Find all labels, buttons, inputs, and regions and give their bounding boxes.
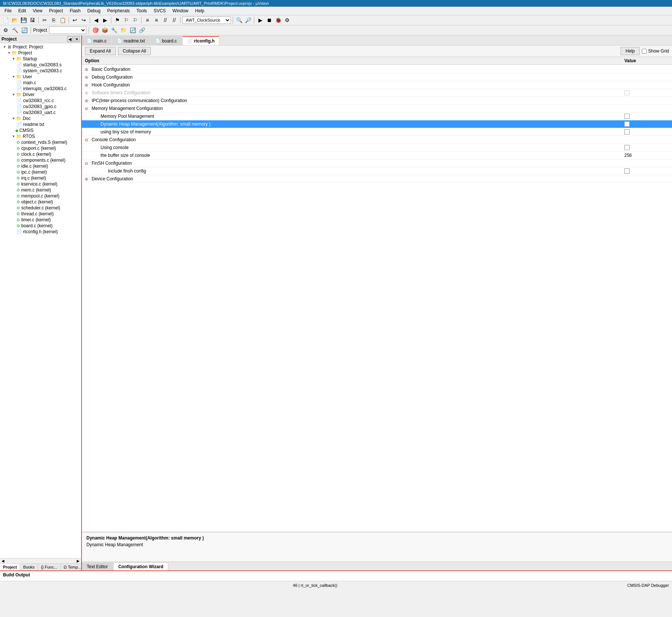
open-btn[interactable]: 📂 (10, 16, 19, 24)
menu-view[interactable]: View (30, 7, 45, 14)
tree-doc[interactable]: ▼ 📁 Doc (0, 116, 81, 121)
uncomment-btn[interactable]: // (170, 16, 178, 24)
tree-idle-c[interactable]: ⚙ idle.c (kernel) (0, 163, 81, 169)
config-memory-mgmt[interactable]: ⊟ Memory Management Configuration (82, 105, 672, 113)
undo-btn[interactable]: ↩ (71, 16, 79, 24)
dynamic-heap-checkbox[interactable] (624, 121, 630, 127)
config-hook-config[interactable]: ⊞ Hook Configuration (82, 81, 672, 89)
sidebar-close-btn[interactable]: ✕ (74, 36, 80, 42)
expand-ipc-icon[interactable]: ⊞ (85, 99, 91, 103)
menu-edit[interactable]: Edit (15, 7, 29, 14)
expand-debug-icon[interactable]: ⊞ (85, 75, 91, 79)
sidebar-tab-books[interactable]: Books (20, 564, 38, 570)
config-dynamic-heap[interactable]: ▶ Dynamic Heap Management(Algorithm: sma… (82, 120, 672, 128)
tree-readme-txt[interactable]: 📄 readme.txt (0, 121, 81, 127)
project-target-dropdown[interactable] (49, 26, 86, 34)
tree-rtos[interactable]: ▼ 📁 RTOS (0, 133, 81, 139)
tree-mem-c[interactable]: ⚙ mem.c (kernel) (0, 187, 81, 193)
sidebar-pin-btn[interactable]: ◀ (67, 36, 73, 42)
expand-finsh-icon[interactable]: ⊟ (85, 161, 91, 165)
stop-btn[interactable]: ⏹ (265, 16, 273, 24)
bookmark2-btn[interactable]: ⚐ (122, 16, 130, 24)
menu-help[interactable]: Help (192, 7, 207, 14)
tiny-size-checkbox[interactable] (624, 129, 630, 135)
new-file-btn[interactable]: 📄 (1, 16, 10, 24)
bottom-tab-config-wizard[interactable]: Configuration Wizard (114, 563, 168, 570)
tree-driver[interactable]: ▼ 📁 Driver (0, 92, 81, 98)
include-finsh-checkbox[interactable] (624, 168, 630, 174)
show-grid-checkbox[interactable] (642, 49, 647, 54)
env-btn4[interactable]: 📁 (119, 26, 127, 34)
redo-btn[interactable]: ↪ (80, 16, 88, 24)
tree-components-c[interactable]: ⚙ components.c (kernel) (0, 157, 81, 163)
tree-gpio-c[interactable]: 📄 cw32l083_gpio.c (0, 104, 81, 110)
target-options-btn[interactable]: ⚙ (1, 26, 10, 34)
bottom-tab-text-editor[interactable]: Text Editor (82, 563, 113, 570)
tree-board-c[interactable]: ⚙ board.c (kernel) (0, 223, 81, 229)
build-btn[interactable]: 🔨 (11, 26, 19, 34)
menu-tools[interactable]: Tools (134, 7, 150, 14)
expand-device-icon[interactable]: ⊞ (85, 177, 91, 181)
expand-console-icon[interactable]: ⊟ (85, 138, 91, 142)
collapse-all-btn[interactable]: Collapse All (118, 47, 151, 55)
tree-mempool-c[interactable]: ⚙ mempool.c (kernel) (0, 193, 81, 199)
tree-timer-c[interactable]: ⚙ timer.c (kernel) (0, 217, 81, 223)
menu-debug[interactable]: Debug (85, 7, 103, 14)
config-software-timers[interactable]: ⊞ Software timers Configuration (82, 89, 672, 97)
menu-project[interactable]: Project (46, 7, 66, 14)
config-ipc-config[interactable]: ⊞ IPC(Inter-process communication) Confi… (82, 97, 672, 105)
cut-btn[interactable]: ✂ (41, 16, 49, 24)
tab-rtconfig-h[interactable]: 📄 rtconfig.h (182, 36, 219, 45)
expand-memory-icon[interactable]: ⊟ (85, 107, 91, 111)
help-btn[interactable]: Help (621, 47, 640, 55)
tree-system-c[interactable]: 📄 system_cw32l083.c (0, 68, 81, 74)
menu-peripherals[interactable]: Peripherals (104, 7, 133, 14)
menu-svcs[interactable]: SVCS (151, 7, 169, 14)
sidebar-tab-temp[interactable]: Ω Temp... (61, 564, 82, 570)
sidebar-scroll-right-btn[interactable]: ▶ (77, 559, 80, 563)
tree-scheduler-c[interactable]: ⚙ scheduler.c (kernel) (0, 205, 81, 211)
sidebar-scroll-left-btn[interactable]: ◀ (1, 559, 4, 563)
tab-board-c[interactable]: 📄 board.c (150, 36, 182, 45)
search-btn[interactable]: 🔍 (235, 16, 243, 24)
tree-kservice-c[interactable]: ⚙ kservice.c (kernel) (0, 181, 81, 187)
copy-btn[interactable]: ⎘ (50, 16, 58, 24)
menu-file[interactable]: File (1, 7, 15, 14)
tab-main-c[interactable]: 📄 main.c (82, 36, 111, 45)
save-all-btn[interactable]: 🖫 (28, 16, 36, 24)
config-tiny-size[interactable]: ▶ using tiny size of memory (82, 128, 672, 136)
rebuild-btn[interactable]: 🔄 (20, 26, 28, 34)
tree-main-c[interactable]: 📄 main.c (0, 80, 81, 86)
tree-clock-c[interactable]: ⚙ clock.c (kernel) (0, 151, 81, 157)
bookmark3-btn[interactable]: ⚐ (131, 16, 139, 24)
search2-btn[interactable]: 🔎 (244, 16, 252, 24)
tree-startup[interactable]: ▼ 📁 Startup (0, 56, 81, 62)
config-include-finsh[interactable]: ▶ include finsh config (82, 167, 672, 175)
sw-timers-checkbox[interactable] (624, 90, 630, 95)
tree-thread-c[interactable]: ⚙ thread.c (kernel) (0, 211, 81, 217)
paste-btn[interactable]: 📋 (58, 16, 67, 24)
tree-irq-c[interactable]: ⚙ irq.c (kernel) (0, 175, 81, 181)
indent-btn[interactable]: ≡ (143, 16, 152, 24)
menu-window[interactable]: Window (169, 7, 191, 14)
config-finsh[interactable]: ⊟ FinSH Configuration (82, 159, 672, 167)
tree-cpuport-c[interactable]: ⚙ cpuport.c (kernel) (0, 145, 81, 151)
debug-btn[interactable]: 🐞 (274, 16, 282, 24)
bookmark-btn[interactable]: ⚑ (113, 16, 121, 24)
env-btn1[interactable]: 🎯 (91, 26, 99, 34)
env-btn3[interactable]: 🔧 (110, 26, 118, 34)
nav-fwd-btn[interactable]: ▶ (101, 16, 109, 24)
outdent-btn[interactable]: ≡ (152, 16, 160, 24)
expand-sw-timers-icon[interactable]: ⊞ (85, 91, 91, 95)
settings-btn[interactable]: ⚙ (283, 16, 291, 24)
menu-flash[interactable]: Flash (67, 7, 83, 14)
tree-context-c[interactable]: ⚙ context_rvds.S (kernel) (0, 139, 81, 145)
config-console[interactable]: ⊟ Console Configuration (82, 136, 672, 144)
expand-basic-icon[interactable]: ⊞ (85, 67, 91, 72)
sidebar-tab-func[interactable]: {} Func... (38, 564, 61, 570)
expand-hook-icon[interactable]: ⊞ (85, 83, 91, 87)
tree-cmsis[interactable]: ▶ ◆ CMSIS (0, 127, 81, 133)
tree-project-root[interactable]: ▼ 🖥 Project: Project (0, 44, 81, 50)
tree-rcc-c[interactable]: 📄 cw32l083_rcc.c (0, 98, 81, 104)
env-btn6[interactable]: 🔗 (138, 26, 146, 34)
